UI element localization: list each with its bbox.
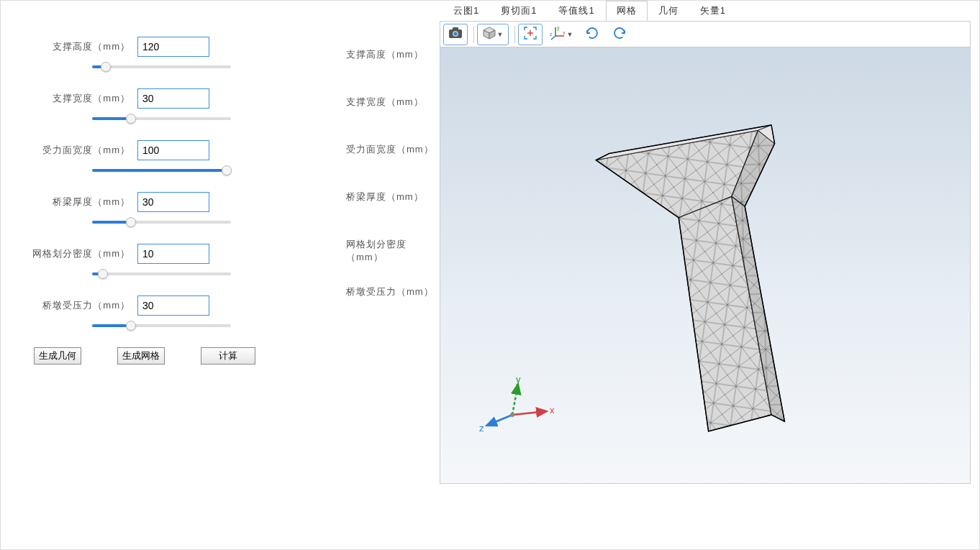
param-label-mesh-density: 网格划分密度（mm） [15, 247, 137, 260]
slider-height[interactable] [92, 61, 231, 73]
param-label-height: 支撑高度（mm） [15, 40, 137, 53]
svg-point-30 [510, 413, 514, 417]
param-input-width[interactable] [137, 88, 209, 109]
compute-button[interactable]: 计算 [201, 347, 255, 365]
axis-label-y: y [516, 375, 521, 385]
param-input-thickness[interactable] [137, 192, 209, 212]
mesh-canvas[interactable]: x y z [440, 47, 971, 484]
slider-thickness[interactable] [92, 216, 231, 228]
camera-icon [448, 27, 463, 41]
label-copy-4: 网格划分密度（mm） [346, 232, 440, 280]
action-button-row: 生成几何 生成网格 计算 [15, 347, 332, 365]
fit-view-button[interactable] [518, 24, 543, 45]
slider-force-width[interactable] [92, 165, 231, 176]
parameter-panel: 支撑高度（mm） 支撑宽度（mm） 受力面宽度（mm） [1, 1, 346, 549]
svg-text:x: x [563, 30, 566, 35]
param-input-mesh-density[interactable] [137, 244, 209, 264]
app-root: 支撑高度（mm） 支撑宽度（mm） 受力面宽度（mm） [0, 0, 980, 550]
tab-cloud[interactable]: 云图1 [443, 1, 490, 21]
viz-toolbar: ▼ xyz ▼ [440, 21, 971, 47]
axis-orientation-button[interactable]: xyz ▼ [545, 24, 577, 45]
tab-section[interactable]: 剪切面1 [490, 1, 548, 21]
toolbar-separator [514, 26, 515, 43]
svg-text:z: z [550, 32, 553, 37]
svg-line-29 [486, 415, 512, 426]
slider-pressure[interactable] [92, 320, 231, 331]
label-copy-5: 桥墩受压力（mm） [346, 280, 440, 327]
chevron-down-icon: ▼ [497, 31, 504, 38]
toolbar-separator [473, 26, 474, 43]
visualization-area: 云图1 剪切面1 等值线1 网格 几何 矢量1 ▼ [440, 1, 979, 549]
slider-mesh-density[interactable] [92, 268, 231, 280]
label-copy-2: 受力面宽度（mm） [346, 137, 440, 185]
label-copy-1: 支撑宽度（mm） [346, 90, 440, 137]
tab-vector[interactable]: 矢量1 [689, 1, 737, 21]
generate-geometry-button[interactable]: 生成几何 [34, 347, 81, 365]
label-copy-0: 支撑高度（mm） [346, 42, 440, 90]
param-input-force-width[interactable] [137, 140, 209, 160]
rotate-ccw-button[interactable] [607, 24, 632, 45]
svg-line-28 [512, 384, 518, 415]
rotate-cw-button[interactable] [580, 24, 604, 45]
view-tabs: 云图1 剪切面1 等值线1 网格 几何 矢量1 [440, 1, 971, 21]
parameter-label-column: 支撑高度（mm） 支撑宽度（mm） 受力面宽度（mm） 桥梁厚度（mm） 网格划… [346, 1, 440, 549]
param-input-pressure[interactable] [137, 295, 209, 316]
param-group-0: 支撑高度（mm） [15, 37, 332, 73]
param-label-width: 支撑宽度（mm） [15, 92, 137, 105]
generate-mesh-button[interactable]: 生成网格 [117, 347, 165, 365]
rotate-ccw-icon [612, 25, 627, 43]
param-group-5: 桥墩受压力（mm） [15, 295, 332, 331]
axis-triad-icon: xyz [550, 26, 566, 42]
param-label-force-width: 受力面宽度（mm） [15, 144, 137, 157]
param-label-thickness: 桥梁厚度（mm） [15, 196, 137, 208]
chevron-down-icon: ▼ [567, 31, 573, 38]
view-cube-button[interactable]: ▼ [477, 24, 509, 45]
svg-text:y: y [557, 26, 560, 31]
axis-label-z: z [479, 423, 484, 434]
svg-point-3 [454, 32, 457, 35]
param-label-pressure: 桥墩受压力（mm） [15, 299, 137, 312]
axis-label-x: x [550, 405, 555, 416]
param-group-2: 受力面宽度（mm） [15, 140, 332, 176]
param-group-3: 桥梁厚度（mm） [15, 192, 332, 228]
tab-geometry[interactable]: 几何 [648, 1, 689, 21]
svg-rect-1 [453, 27, 458, 30]
svg-line-27 [512, 411, 547, 415]
tab-contour[interactable]: 等值线1 [548, 1, 605, 21]
tab-mesh[interactable]: 网格 [606, 1, 648, 21]
cube-icon [483, 27, 496, 42]
param-group-4: 网格划分密度（mm） [15, 244, 332, 280]
rotate-cw-icon [584, 25, 600, 43]
param-input-height[interactable] [137, 37, 209, 57]
param-group-1: 支撑宽度（mm） [15, 88, 332, 124]
fit-extents-icon [524, 27, 537, 42]
slider-width[interactable] [92, 113, 231, 124]
axis-gizmo: x y z [476, 375, 541, 440]
label-copy-3: 桥梁厚度（mm） [346, 185, 440, 232]
screenshot-button[interactable] [443, 24, 468, 45]
